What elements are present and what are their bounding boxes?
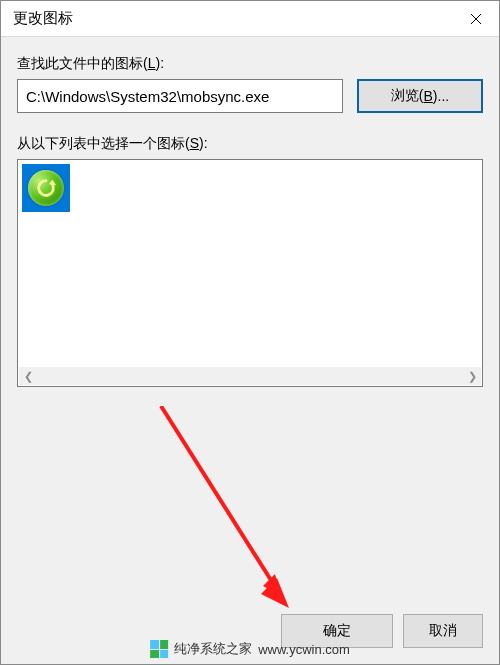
window-title: 更改图标	[13, 9, 73, 28]
annotation-arrow	[151, 406, 311, 621]
titlebar: 更改图标	[1, 1, 499, 37]
watermark-site: 纯净系统之家	[174, 640, 252, 658]
icon-item-selected[interactable]	[22, 164, 70, 212]
close-icon	[470, 13, 482, 25]
svg-marker-4	[263, 574, 281, 596]
svg-line-3	[161, 406, 281, 596]
scroll-left-icon[interactable]: ❮	[19, 367, 37, 385]
select-label: 从以下列表中选择一个图标(S):	[17, 135, 483, 153]
watermark-logo-icon	[150, 640, 168, 658]
icon-path-input[interactable]	[17, 79, 343, 113]
change-icon-dialog: 更改图标 查找此文件中的图标(L): 浏览(B)... 从以下列表中选择一个图标…	[0, 0, 500, 665]
ok-button[interactable]: 确定	[281, 614, 393, 648]
close-button[interactable]	[453, 1, 499, 37]
svg-marker-5	[261, 578, 289, 608]
svg-marker-2	[49, 180, 56, 186]
dialog-buttons: 确定 取消	[281, 614, 483, 648]
dialog-content: 查找此文件中的图标(L): 浏览(B)... 从以下列表中选择一个图标(S): …	[1, 37, 499, 387]
scroll-right-icon[interactable]: ❯	[463, 367, 481, 385]
lookup-label: 查找此文件中的图标(L):	[17, 55, 483, 73]
horizontal-scrollbar[interactable]: ❮ ❯	[19, 367, 481, 385]
browse-button[interactable]: 浏览(B)...	[357, 79, 483, 113]
cancel-button[interactable]: 取消	[403, 614, 483, 648]
sync-icon	[28, 170, 64, 206]
path-row: 浏览(B)...	[17, 79, 483, 113]
icon-list[interactable]: ❮ ❯	[17, 159, 483, 387]
